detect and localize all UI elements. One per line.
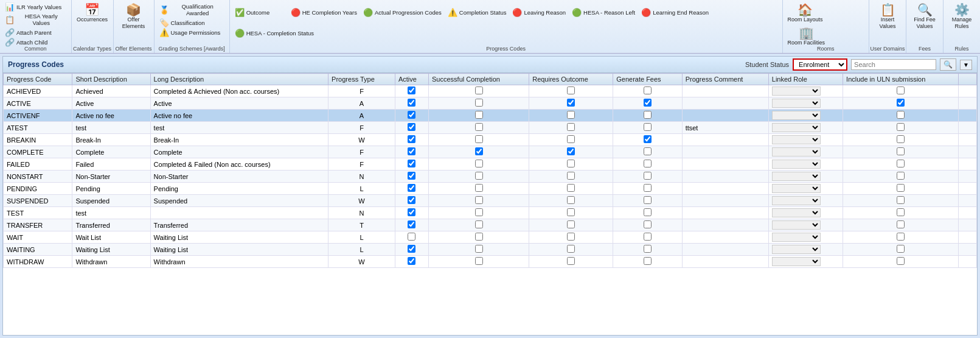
qual-awarded-button[interactable]: 🏅 Qualification Awarded xyxy=(157,2,227,18)
leaving-reason-label: Leaving Reason xyxy=(524,9,566,16)
table-row[interactable]: PENDINGPendingPendingL xyxy=(4,183,977,195)
table-row[interactable]: TRANSFERTransferredTransferredT xyxy=(4,219,977,231)
leaving-reason-btn[interactable]: 🔴 Leaving Reason xyxy=(510,8,568,17)
room-layouts-button[interactable]: 🏠 Room Layouts xyxy=(785,2,825,24)
attach-child-label: Attach Child xyxy=(16,39,47,46)
table-row[interactable]: ACTIVENFActive no feeActive no feeA xyxy=(4,110,977,122)
table-row[interactable]: FAILEDFailedCompleted & Failed (Non acc.… xyxy=(4,158,977,171)
table-row[interactable]: COMPLETECompleteCompleteF xyxy=(4,146,977,158)
table-cell: ATEST xyxy=(4,122,72,134)
table-cell: WAITING xyxy=(4,244,72,256)
table-cell: COMPLETE xyxy=(4,146,72,158)
table-cell xyxy=(429,195,529,207)
table-row[interactable]: ACHIEVEDAchievedCompleted & Achieved (No… xyxy=(4,85,977,97)
table-cell xyxy=(613,195,682,207)
table-cell xyxy=(843,134,959,146)
manage-rules-label: ManageRules xyxy=(952,16,972,30)
table-cell xyxy=(429,171,529,183)
linked-role-select[interactable] xyxy=(772,160,821,169)
insert-values-button[interactable]: 📋 InsertValues xyxy=(872,2,903,31)
linked-role-select[interactable] xyxy=(772,111,821,120)
table-cell xyxy=(613,183,682,195)
table-cell: F xyxy=(328,158,395,171)
col-uln: Include in ULN submission xyxy=(843,74,959,85)
progress-codes-panel: Progress Codes Student Status Enrolment … xyxy=(2,56,978,336)
offer-elements-button[interactable]: 📦 OfferElements xyxy=(116,2,151,31)
room-facilities-button[interactable]: 🏢 Room Facilities xyxy=(785,26,828,48)
linked-role-select[interactable] xyxy=(772,86,821,96)
occurrences-button[interactable]: 📅 Occurrences xyxy=(74,2,111,24)
table-row[interactable]: ACTIVEActiveActiveA xyxy=(4,97,977,110)
table-cell: Waiting List xyxy=(150,231,328,244)
linked-role-select[interactable] xyxy=(772,220,821,230)
completion-status-icon: ⚠️ xyxy=(448,9,457,16)
actual-progression-btn[interactable]: 🟢 Actual Progression Codes xyxy=(361,8,444,17)
table-row[interactable]: SUSPENDEDSuspendedSuspendedW xyxy=(4,195,977,207)
table-cell: Break-In xyxy=(72,134,150,146)
table-cell xyxy=(529,183,613,195)
outcome-label: Outcome xyxy=(246,9,270,16)
table-cell: Transferred xyxy=(150,219,328,231)
classification-button[interactable]: 🏷️ Classification xyxy=(157,18,227,27)
extra-cell xyxy=(959,219,977,231)
find-fee-button[interactable]: 🔍 Find FeeValues xyxy=(909,2,940,31)
linked-role-select[interactable] xyxy=(772,233,821,242)
outcome-button[interactable]: ✅ Outcome xyxy=(232,8,287,17)
table-row[interactable]: BREAKINBreak-InBreak-InW xyxy=(4,134,977,146)
linked-role-select[interactable] xyxy=(772,196,821,205)
linked-role-select[interactable] xyxy=(772,184,821,193)
table-row[interactable]: ATESTtesttestFttset xyxy=(4,122,977,134)
extra-cell xyxy=(959,85,977,97)
table-cell: Withdrawn xyxy=(150,256,328,268)
qual-awarded-label: Qualification Awarded xyxy=(171,3,224,17)
hesa-completion-btn[interactable]: 🟢 HESA - Completion Status xyxy=(232,29,316,38)
hesa-reason-btn[interactable]: 🟢 HESA - Reason Left xyxy=(569,8,638,17)
linked-role-select[interactable] xyxy=(772,135,821,144)
search-button[interactable]: 🔍 xyxy=(940,58,956,71)
table-cell: Non-Starter xyxy=(72,171,150,183)
table-cell: Suspended xyxy=(72,195,150,207)
table-cell: F xyxy=(328,146,395,158)
table-row[interactable]: NONSTARTNon-StarterNon-StarterN xyxy=(4,171,977,183)
learning-end-btn[interactable]: 🔴 Learning End Reason xyxy=(639,8,711,17)
table-cell xyxy=(529,256,613,268)
hesa-yearly-button[interactable]: 📋 HESA Yearly Values xyxy=(2,12,69,27)
table-cell: Complete xyxy=(150,146,328,158)
progression-icon: 🟢 xyxy=(363,9,373,16)
student-status-dropdown[interactable]: Enrolment Application xyxy=(793,58,847,71)
linked-role-select[interactable] xyxy=(772,208,821,217)
he-completion-btn[interactable]: 🔴 HE Completion Years xyxy=(288,8,360,17)
manage-rules-button[interactable]: ⚙️ ManageRules xyxy=(946,2,978,31)
table-row[interactable]: TESTtestN xyxy=(4,207,977,219)
col-active: Active xyxy=(395,74,428,85)
table-cell xyxy=(529,158,613,171)
table-cell xyxy=(613,97,682,110)
table-cell xyxy=(843,244,959,256)
table-cell xyxy=(429,122,529,134)
table-row[interactable]: WAITWait ListWaiting ListL xyxy=(4,231,977,244)
usage-perms-button[interactable]: ⚠️ Usage Permissions xyxy=(157,28,227,37)
table-cell xyxy=(429,146,529,158)
table-cell xyxy=(843,219,959,231)
ilr-yearly-button[interactable]: 📊 ILR Yearly Values xyxy=(2,2,69,12)
linked-role-select[interactable] xyxy=(772,245,821,254)
table-cell xyxy=(429,97,529,110)
table-cell: BREAKIN xyxy=(4,134,72,146)
table-cell: Withdrawn xyxy=(72,256,150,268)
linked-role-select[interactable] xyxy=(772,123,821,132)
completion-status-btn[interactable]: ⚠️ Completion Status xyxy=(445,8,509,17)
linked-role-select[interactable] xyxy=(772,172,821,181)
linked-role-select[interactable] xyxy=(772,257,821,266)
linked-role-select[interactable] xyxy=(772,99,821,108)
table-row[interactable]: WAITINGWaiting ListWaiting ListL xyxy=(4,244,977,256)
progress-codes-table: Progress Code Short Description Long Des… xyxy=(3,73,977,268)
attach-parent-button[interactable]: 🔗 Attach Parent xyxy=(2,28,69,37)
table-cell: Active xyxy=(150,97,328,110)
table-row[interactable]: WITHDRAWWithdrawnWithdrawnW xyxy=(4,256,977,268)
table-cell: Completed & Failed (Non acc. courses) xyxy=(150,158,328,171)
linked-role-select[interactable] xyxy=(772,147,821,157)
linked-role-cell xyxy=(768,231,843,244)
search-input[interactable] xyxy=(851,59,936,70)
linked-role-cell xyxy=(768,146,843,158)
expand-button[interactable]: ▼ xyxy=(960,60,972,70)
